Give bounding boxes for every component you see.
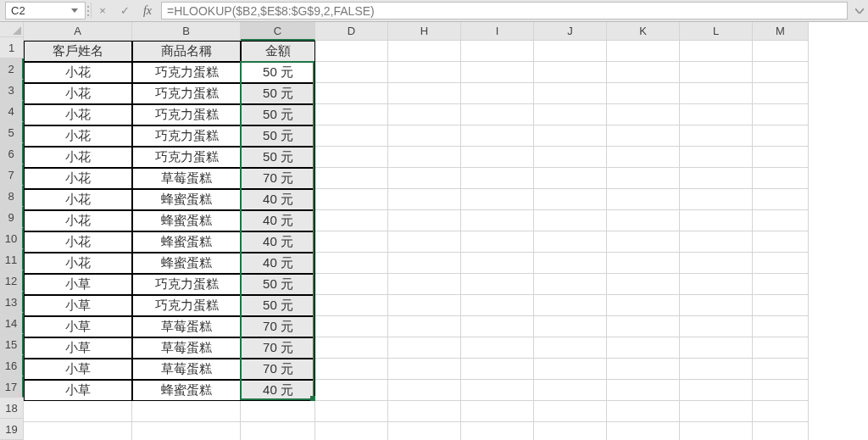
cell-C2[interactable]: 50 元: [241, 62, 315, 83]
row-header-1[interactable]: 1: [0, 37, 24, 58]
cell-K15[interactable]: [607, 337, 680, 359]
cell-L18[interactable]: [680, 401, 753, 422]
cell-H7[interactable]: [388, 168, 461, 189]
col-header-I[interactable]: I: [461, 22, 534, 41]
cell-B5[interactable]: 巧克力蛋糕: [132, 125, 241, 147]
row-header-12[interactable]: 12: [0, 270, 24, 292]
cell-K13[interactable]: [607, 295, 680, 316]
cell-A10[interactable]: 小花: [24, 231, 132, 253]
cell-K11[interactable]: [607, 253, 680, 274]
cell-B16[interactable]: 草莓蛋糕: [132, 359, 241, 380]
cell-C7[interactable]: 70 元: [241, 168, 315, 189]
cell-C17[interactable]: 40 元: [241, 380, 315, 401]
cell-J10[interactable]: [534, 231, 607, 253]
cell-H14[interactable]: [388, 316, 461, 337]
cell-I7[interactable]: [461, 168, 534, 189]
cell-J16[interactable]: [534, 359, 607, 380]
cell-D6[interactable]: [315, 147, 388, 168]
cell-B6[interactable]: 巧克力蛋糕: [132, 147, 241, 168]
col-header-L[interactable]: L: [680, 22, 753, 41]
cell-H9[interactable]: [388, 210, 461, 231]
cell-H18[interactable]: [388, 401, 461, 422]
cell-K6[interactable]: [607, 147, 680, 168]
cell-K5[interactable]: [607, 125, 680, 147]
row-header-16[interactable]: 16: [0, 355, 24, 376]
cell-C13[interactable]: 50 元: [241, 295, 315, 316]
cell-K17[interactable]: [607, 380, 680, 401]
row-header-15[interactable]: 15: [0, 334, 24, 355]
cell-M17[interactable]: [753, 380, 809, 401]
cell-B4[interactable]: 巧克力蛋糕: [132, 104, 241, 125]
cell-B8[interactable]: 蜂蜜蛋糕: [132, 189, 241, 210]
row-header-18[interactable]: 18: [0, 398, 24, 419]
cell-J7[interactable]: [534, 168, 607, 189]
cell-H8[interactable]: [388, 189, 461, 210]
cell-L7[interactable]: [680, 168, 753, 189]
row-header-17[interactable]: 17: [0, 376, 24, 398]
cell-B18[interactable]: [132, 401, 241, 422]
cell-D9[interactable]: [315, 210, 388, 231]
cell-B19[interactable]: [132, 422, 241, 440]
cell-C9[interactable]: 40 元: [241, 210, 315, 231]
row-header-10[interactable]: 10: [0, 228, 24, 249]
cell-M2[interactable]: [753, 62, 809, 83]
cell-A17[interactable]: 小草: [24, 380, 132, 401]
row-header-2[interactable]: 2: [0, 58, 24, 80]
cell-D2[interactable]: [315, 62, 388, 83]
cell-C11[interactable]: 40 元: [241, 253, 315, 274]
row-header-7[interactable]: 7: [0, 164, 24, 186]
chevron-down-icon[interactable]: [70, 6, 80, 16]
cell-J3[interactable]: [534, 83, 607, 104]
cell-M16[interactable]: [753, 359, 809, 380]
cell-A2[interactable]: 小花: [24, 62, 132, 83]
cell-D16[interactable]: [315, 359, 388, 380]
cell-M11[interactable]: [753, 253, 809, 274]
cell-K3[interactable]: [607, 83, 680, 104]
cell-M8[interactable]: [753, 189, 809, 210]
cell-H1[interactable]: [388, 41, 461, 62]
row-header-5[interactable]: 5: [0, 122, 24, 143]
cell-K12[interactable]: [607, 274, 680, 295]
cell-A11[interactable]: 小花: [24, 253, 132, 274]
cell-B13[interactable]: 巧克力蛋糕: [132, 295, 241, 316]
cell-D19[interactable]: [315, 422, 388, 440]
cell-I6[interactable]: [461, 147, 534, 168]
cell-K4[interactable]: [607, 104, 680, 125]
cell-I12[interactable]: [461, 274, 534, 295]
row-header-6[interactable]: 6: [0, 143, 24, 164]
cell-J2[interactable]: [534, 62, 607, 83]
row-header-19[interactable]: 19: [0, 419, 24, 440]
cell-C10[interactable]: 40 元: [241, 231, 315, 253]
cell-M19[interactable]: [753, 422, 809, 440]
cell-H17[interactable]: [388, 380, 461, 401]
row-header-13[interactable]: 13: [0, 292, 24, 313]
cell-M6[interactable]: [753, 147, 809, 168]
col-header-J[interactable]: J: [534, 22, 607, 41]
cell-I16[interactable]: [461, 359, 534, 380]
cell-H16[interactable]: [388, 359, 461, 380]
cell-J19[interactable]: [534, 422, 607, 440]
cell-A9[interactable]: 小花: [24, 210, 132, 231]
cell-I19[interactable]: [461, 422, 534, 440]
cell-K9[interactable]: [607, 210, 680, 231]
cell-D3[interactable]: [315, 83, 388, 104]
cell-I9[interactable]: [461, 210, 534, 231]
cell-M4[interactable]: [753, 104, 809, 125]
cell-A7[interactable]: 小花: [24, 168, 132, 189]
cell-J15[interactable]: [534, 337, 607, 359]
cell-C18[interactable]: [241, 401, 315, 422]
cell-J6[interactable]: [534, 147, 607, 168]
row-header-9[interactable]: 9: [0, 207, 24, 228]
cell-D11[interactable]: [315, 253, 388, 274]
cell-K16[interactable]: [607, 359, 680, 380]
col-header-D[interactable]: D: [315, 22, 388, 41]
cell-J4[interactable]: [534, 104, 607, 125]
cell-A6[interactable]: 小花: [24, 147, 132, 168]
cell-L15[interactable]: [680, 337, 753, 359]
cell-L13[interactable]: [680, 295, 753, 316]
cell-A13[interactable]: 小草: [24, 295, 132, 316]
cell-J18[interactable]: [534, 401, 607, 422]
cell-C3[interactable]: 50 元: [241, 83, 315, 104]
cell-K7[interactable]: [607, 168, 680, 189]
row-header-14[interactable]: 14: [0, 313, 24, 334]
